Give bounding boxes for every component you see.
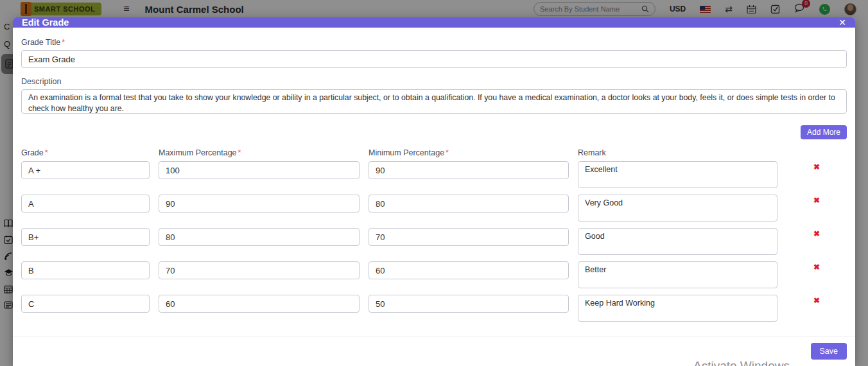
grade-column-label: Grade* — [21, 148, 150, 157]
delete-row-icon[interactable]: ✖ — [813, 230, 820, 238]
close-icon[interactable]: ✕ — [838, 18, 846, 27]
required-mark: * — [446, 148, 449, 157]
required-mark: * — [62, 38, 65, 47]
max-column-label: Maximum Percentage* — [159, 148, 360, 157]
remark-column-label: Remark — [578, 148, 777, 157]
add-more-button[interactable]: Add More — [801, 125, 847, 139]
grade-title-input[interactable] — [21, 50, 847, 68]
delete-row-icon[interactable]: ✖ — [813, 297, 820, 304]
min-percentage-input[interactable] — [369, 261, 569, 279]
grade-input[interactable] — [21, 161, 150, 179]
activate-windows-watermark: Activate Windows — [693, 359, 790, 366]
remark-textarea[interactable]: Very Good — [578, 195, 777, 222]
grade-title-label: Grade Title* — [21, 38, 847, 47]
required-mark: * — [238, 148, 241, 157]
grade-input[interactable] — [21, 295, 150, 313]
max-percentage-input[interactable] — [159, 228, 360, 246]
min-percentage-input[interactable] — [369, 195, 569, 213]
max-percentage-input[interactable] — [159, 161, 360, 179]
grade-title-section: Grade Title* — [21, 38, 847, 68]
save-button[interactable]: Save — [811, 343, 847, 360]
screen: SMART SCHOOL ≡ Mount Carmel School USD ⇄ — [0, 0, 868, 366]
max-percentage-input[interactable] — [159, 295, 360, 313]
grade-row: Keep Hard Working ✖ — [21, 295, 847, 322]
delete-row-icon[interactable]: ✖ — [813, 263, 820, 271]
add-more-row: Add More — [21, 125, 847, 139]
grade-input[interactable] — [21, 195, 150, 213]
label-text: Minimum Percentage — [369, 148, 444, 157]
min-percentage-input[interactable] — [369, 161, 569, 179]
min-column-label: Minimum Percentage* — [369, 148, 569, 157]
delete-row-icon[interactable]: ✖ — [813, 196, 820, 204]
remark-textarea[interactable]: Excellent — [578, 161, 777, 188]
grade-row: Good ✖ — [21, 228, 847, 255]
modal-title: Edit Grade — [22, 17, 69, 28]
required-mark: * — [45, 148, 48, 157]
grade-input[interactable] — [21, 261, 150, 279]
modal-header: Edit Grade ✕ — [13, 17, 855, 28]
min-percentage-input[interactable] — [369, 228, 569, 246]
modal-body: Grade Title* Description An examination … — [13, 28, 855, 328]
remark-textarea[interactable]: Better — [578, 261, 777, 288]
remark-textarea[interactable]: Good — [578, 228, 777, 255]
grade-input[interactable] — [21, 228, 150, 246]
description-textarea[interactable]: An examination is a formal test that you… — [21, 89, 847, 114]
max-percentage-input[interactable] — [159, 261, 360, 279]
max-percentage-input[interactable] — [159, 195, 360, 213]
description-label: Description — [21, 77, 847, 86]
grade-row: Very Good ✖ — [21, 195, 847, 222]
label-text: Remark — [578, 148, 606, 157]
min-percentage-input[interactable] — [369, 295, 569, 313]
edit-grade-modal: Edit Grade ✕ Grade Title* Description An… — [13, 17, 855, 366]
grade-columns-header: Grade* Maximum Percentage* Minimum Perce… — [21, 148, 847, 157]
remark-textarea[interactable]: Keep Hard Working — [578, 295, 777, 322]
description-section: Description An examination is a formal t… — [21, 77, 847, 116]
delete-row-icon[interactable]: ✖ — [813, 163, 820, 171]
label-text: Grade Title — [21, 38, 60, 47]
grade-row: Better ✖ — [21, 261, 847, 288]
label-text: Grade — [21, 148, 44, 157]
grade-row: Excellent ✖ — [21, 161, 847, 188]
label-text: Maximum Percentage — [159, 148, 237, 157]
